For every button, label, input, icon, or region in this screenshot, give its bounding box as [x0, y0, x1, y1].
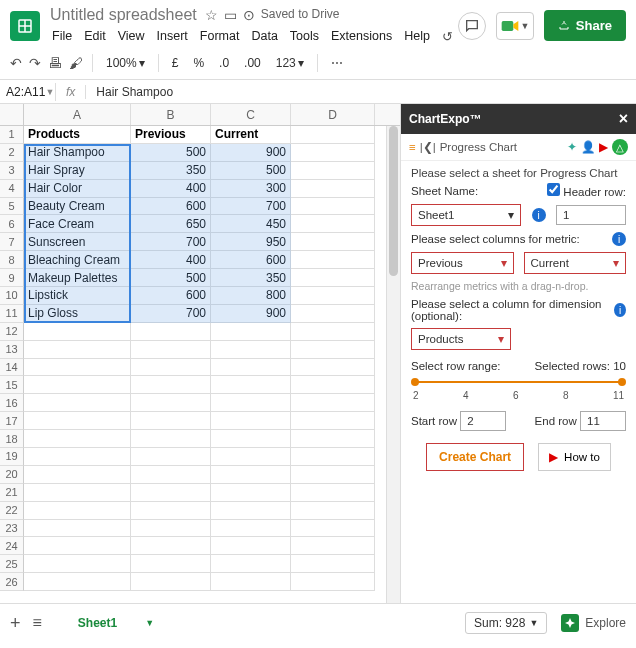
row-header[interactable]: 16: [0, 394, 24, 412]
currency-pound[interactable]: £: [168, 54, 183, 72]
cell[interactable]: [211, 537, 291, 555]
back-icon[interactable]: |❮|: [420, 140, 436, 154]
row-header[interactable]: 21: [0, 484, 24, 502]
row-header[interactable]: 12: [0, 323, 24, 341]
cell[interactable]: [211, 359, 291, 377]
menu-extensions[interactable]: Extensions: [329, 27, 394, 46]
cell[interactable]: 950: [211, 233, 291, 251]
zoom-select[interactable]: 100% ▾: [102, 54, 149, 72]
cell[interactable]: [24, 573, 131, 591]
cell[interactable]: 800: [211, 287, 291, 305]
cell[interactable]: [24, 323, 131, 341]
col-header-C[interactable]: C: [211, 104, 291, 125]
cell[interactable]: [24, 484, 131, 502]
more-icon[interactable]: ⋯: [327, 54, 347, 72]
percent-button[interactable]: %: [189, 54, 208, 72]
row-header[interactable]: 1: [0, 126, 24, 144]
row-range-slider[interactable]: [411, 378, 626, 386]
cell[interactable]: [211, 430, 291, 448]
cell[interactable]: Makeup Palettes: [24, 269, 131, 287]
menu-file[interactable]: File: [50, 27, 74, 46]
cell[interactable]: [24, 394, 131, 412]
cell[interactable]: 350: [131, 162, 211, 180]
cell[interactable]: [291, 537, 375, 555]
cell[interactable]: [24, 430, 131, 448]
start-row-input[interactable]: 2: [460, 411, 506, 431]
cell[interactable]: [291, 323, 375, 341]
cell[interactable]: 900: [211, 144, 291, 162]
redo-icon[interactable]: ↷: [29, 55, 41, 71]
cell[interactable]: [291, 126, 375, 144]
cell[interactable]: Bleaching Cream: [24, 251, 131, 269]
row-header[interactable]: 8: [0, 251, 24, 269]
cell[interactable]: [291, 215, 375, 233]
cell[interactable]: [211, 520, 291, 538]
history-icon[interactable]: ↺: [440, 27, 455, 46]
cell[interactable]: 500: [211, 162, 291, 180]
menu-insert[interactable]: Insert: [155, 27, 190, 46]
name-box[interactable]: A2:A11▼: [0, 83, 56, 101]
row-header[interactable]: 11: [0, 305, 24, 323]
row-header[interactable]: 5: [0, 198, 24, 216]
dimension-select[interactable]: Products▾: [411, 328, 511, 350]
cell[interactable]: [211, 323, 291, 341]
menu-data[interactable]: Data: [249, 27, 279, 46]
close-icon[interactable]: ×: [619, 110, 628, 128]
cell[interactable]: [211, 502, 291, 520]
increase-decimal[interactable]: .00: [240, 54, 265, 72]
comments-icon[interactable]: [458, 12, 486, 40]
refresh-icon[interactable]: △: [612, 139, 628, 155]
cell[interactable]: Sunscreen: [24, 233, 131, 251]
star-icon[interactable]: ☆: [205, 7, 218, 23]
cell[interactable]: Beauty Cream: [24, 198, 131, 216]
metric2-select[interactable]: Current▾: [524, 252, 627, 274]
cell[interactable]: [131, 323, 211, 341]
cell[interactable]: [291, 180, 375, 198]
cell[interactable]: [131, 376, 211, 394]
info-icon[interactable]: i: [532, 208, 546, 222]
cell[interactable]: [131, 430, 211, 448]
sheet-tab[interactable]: Sheet1 ▼: [54, 604, 178, 642]
cell[interactable]: [24, 448, 131, 466]
cell[interactable]: [291, 162, 375, 180]
all-sheets-icon[interactable]: ≡: [33, 614, 42, 632]
cell[interactable]: [211, 573, 291, 591]
cell[interactable]: [291, 484, 375, 502]
cell[interactable]: Products: [24, 126, 131, 144]
row-header[interactable]: 22: [0, 502, 24, 520]
cell[interactable]: [211, 394, 291, 412]
row-header[interactable]: 25: [0, 555, 24, 573]
cell[interactable]: [291, 376, 375, 394]
cell[interactable]: [131, 448, 211, 466]
cell[interactable]: [211, 448, 291, 466]
meet-icon[interactable]: ▼: [496, 12, 534, 40]
sheet-area[interactable]: A B C D 1ProductsPreviousCurrent2Hair Sh…: [0, 104, 400, 603]
cell[interactable]: [131, 466, 211, 484]
menu-icon[interactable]: ≡: [409, 141, 416, 153]
row-header[interactable]: 24: [0, 537, 24, 555]
sheet-select[interactable]: Sheet1▾: [411, 204, 521, 226]
cell[interactable]: [291, 287, 375, 305]
cell[interactable]: 600: [211, 251, 291, 269]
cell[interactable]: [24, 412, 131, 430]
cell[interactable]: [131, 412, 211, 430]
cell[interactable]: [211, 376, 291, 394]
end-row-input[interactable]: 11: [580, 411, 626, 431]
cell[interactable]: Current: [211, 126, 291, 144]
cell[interactable]: [291, 502, 375, 520]
header-row-input[interactable]: 1: [556, 205, 626, 225]
row-header[interactable]: 4: [0, 180, 24, 198]
info-icon-2[interactable]: i: [612, 232, 626, 246]
user-icon[interactable]: 👤: [581, 140, 595, 154]
cell[interactable]: [291, 412, 375, 430]
col-header-B[interactable]: B: [131, 104, 211, 125]
cell[interactable]: [131, 555, 211, 573]
row-header[interactable]: 13: [0, 341, 24, 359]
cell[interactable]: 650: [131, 215, 211, 233]
header-row-checkbox[interactable]: [547, 183, 560, 196]
cell[interactable]: [291, 555, 375, 573]
cell[interactable]: 350: [211, 269, 291, 287]
cell[interactable]: [211, 555, 291, 573]
cell[interactable]: [291, 305, 375, 323]
cell[interactable]: Hair Color: [24, 180, 131, 198]
